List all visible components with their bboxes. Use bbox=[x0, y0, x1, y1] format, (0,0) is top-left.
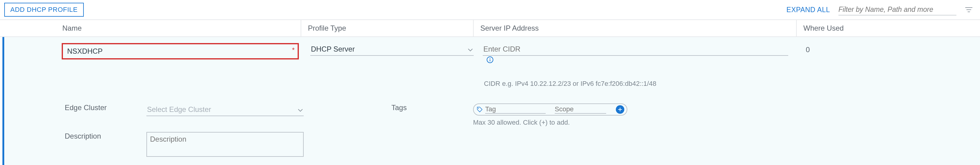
profile-type-value: DHCP Server bbox=[311, 45, 355, 53]
server-ip-note: CIDR e.g. IPv4 10.22.12.2/23 or IPv6 fc7… bbox=[483, 80, 799, 88]
tags-label: Tags bbox=[304, 103, 407, 112]
tags-pill bbox=[473, 103, 627, 115]
edge-cluster-placeholder: Select Edge Cluster bbox=[147, 105, 211, 114]
name-input-highlight: * bbox=[62, 43, 299, 59]
column-name: Name bbox=[59, 20, 301, 37]
svg-point-4 bbox=[490, 58, 491, 59]
scope-input[interactable] bbox=[555, 105, 606, 114]
svg-rect-5 bbox=[490, 59, 490, 61]
tags-note: Max 30 allowed. Click (+) to add. bbox=[473, 119, 627, 127]
tag-input[interactable] bbox=[485, 105, 546, 114]
filter-icon[interactable] bbox=[965, 5, 973, 14]
profile-type-select[interactable]: DHCP Server bbox=[310, 43, 474, 56]
add-tag-button[interactable] bbox=[616, 105, 624, 114]
add-dhcp-profile-button[interactable]: ADD DHCP PROFILE bbox=[4, 3, 84, 17]
info-icon[interactable] bbox=[486, 56, 494, 65]
edge-cluster-label: Edge Cluster bbox=[62, 103, 146, 112]
edit-row: * DHCP Server CIDR e.g. IPv4 10.22.12.2/… bbox=[2, 37, 980, 165]
column-where-used: Where Used bbox=[797, 24, 980, 32]
column-server-ip: Server IP Address bbox=[474, 20, 797, 37]
edge-cluster-select[interactable]: Select Edge Cluster bbox=[146, 103, 304, 116]
tag-icon bbox=[477, 106, 483, 112]
required-indicator: * bbox=[292, 46, 294, 54]
expand-all-link[interactable]: EXPAND ALL bbox=[786, 6, 830, 14]
table-header: Name Profile Type Server IP Address Wher… bbox=[0, 19, 980, 37]
chevron-down-icon bbox=[468, 45, 473, 53]
name-input[interactable] bbox=[63, 47, 298, 56]
chevron-down-icon bbox=[298, 105, 303, 114]
description-label: Description bbox=[62, 132, 146, 141]
server-ip-input[interactable] bbox=[483, 43, 788, 56]
svg-point-6 bbox=[478, 108, 479, 109]
filter-input[interactable] bbox=[838, 4, 956, 16]
column-profile-type: Profile Type bbox=[301, 20, 474, 37]
description-textarea[interactable] bbox=[146, 132, 304, 157]
where-used-value: 0 bbox=[799, 43, 810, 54]
